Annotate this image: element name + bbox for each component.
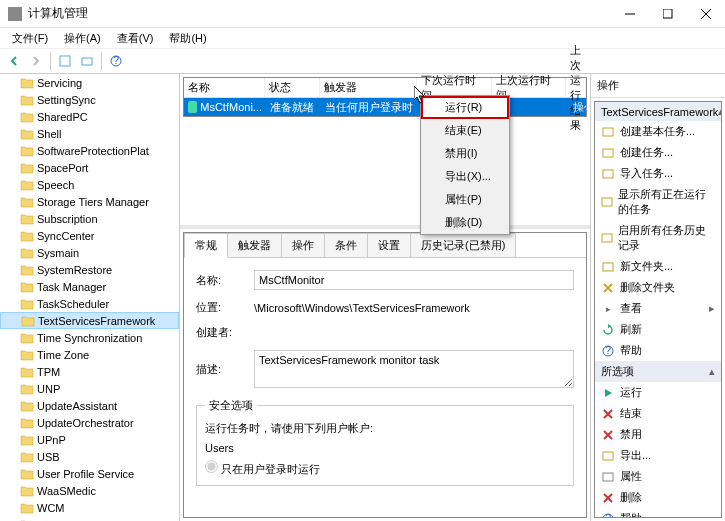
action-view[interactable]: ▸查看▸ xyxy=(595,298,721,319)
tree-item-label: SoftwareProtectionPlat xyxy=(37,145,149,157)
ctx-run[interactable]: 运行(R) xyxy=(421,96,509,119)
tree-item[interactable]: User Profile Service xyxy=(0,465,179,482)
col-name[interactable]: 名称 xyxy=(184,78,265,97)
tree-item[interactable]: TaskScheduler xyxy=(0,295,179,312)
task-list: 名称 状态 触发器 下次运行时间 上次运行时间 上次运行结果 MsCtfMoni… xyxy=(183,77,587,117)
input-description[interactable] xyxy=(254,350,574,388)
action-create[interactable]: 创建任务... xyxy=(595,142,721,163)
tree-item[interactable]: UPnP xyxy=(0,431,179,448)
tree-item[interactable]: Task Manager xyxy=(0,278,179,295)
action-label: 帮助 xyxy=(620,343,642,358)
menu-view[interactable]: 查看(V) xyxy=(109,29,162,48)
tree-item[interactable]: USB xyxy=(0,448,179,465)
tree-item[interactable]: Storage Tiers Manager xyxy=(0,193,179,210)
action-label: 导入任务... xyxy=(620,166,673,181)
close-button[interactable] xyxy=(687,0,725,28)
action-refresh[interactable]: 刷新 xyxy=(595,319,721,340)
tree-item[interactable]: Time Zone xyxy=(0,346,179,363)
svg-text:?: ? xyxy=(113,55,119,66)
tree-item[interactable]: Time Synchronization xyxy=(0,329,179,346)
action-help[interactable]: ?帮助 xyxy=(595,508,721,518)
tree-item[interactable]: Shell xyxy=(0,125,179,142)
refresh-icon xyxy=(601,323,615,337)
menu-file[interactable]: 文件(F) xyxy=(4,29,56,48)
tree-item-label: WaaSMedic xyxy=(37,485,96,497)
action-properties[interactable]: 属性 xyxy=(595,466,721,487)
tree-item[interactable]: WaaSMedic xyxy=(0,482,179,499)
tree-item[interactable]: TextServicesFramework xyxy=(0,312,179,329)
action-import[interactable]: 导入任务... xyxy=(595,163,721,184)
ctx-delete[interactable]: 删除(D) xyxy=(421,211,509,234)
action-label: 显示所有正在运行的任务 xyxy=(618,187,715,217)
tree-item[interactable]: TPM xyxy=(0,363,179,380)
tree-item[interactable]: Speech xyxy=(0,176,179,193)
tree-item[interactable]: Subscription xyxy=(0,210,179,227)
tree-item[interactable]: SettingSync xyxy=(0,91,179,108)
action-create-basic[interactable]: 创建基本任务... xyxy=(595,121,721,142)
col-result[interactable]: 上次运行结果 xyxy=(566,78,586,97)
menu-action[interactable]: 操作(A) xyxy=(56,29,109,48)
tree-item[interactable]: WDI xyxy=(0,516,179,521)
action-disable[interactable]: 禁用 xyxy=(595,424,721,445)
tree-item[interactable]: WCM xyxy=(0,499,179,516)
action-group-2[interactable]: 所选项▴ xyxy=(595,361,721,382)
action-label: 创建任务... xyxy=(620,145,673,160)
tree-item[interactable]: SpacePort xyxy=(0,159,179,176)
tree-item[interactable]: UNP xyxy=(0,380,179,397)
tab-general[interactable]: 常规 xyxy=(184,233,228,258)
ctx-export[interactable]: 导出(X)... xyxy=(421,165,509,188)
action-label: 删除文件夹 xyxy=(620,280,675,295)
menu-help[interactable]: 帮助(H) xyxy=(161,29,214,48)
svg-rect-4 xyxy=(60,56,70,66)
forward-button[interactable] xyxy=(26,51,46,71)
tree-item-label: TaskScheduler xyxy=(37,298,109,310)
action-help[interactable]: ?帮助 xyxy=(595,340,721,361)
menu-bar: 文件(F) 操作(A) 查看(V) 帮助(H) xyxy=(0,28,725,48)
help-button[interactable]: ? xyxy=(106,51,126,71)
action-label: 查看 xyxy=(620,301,642,316)
tab-settings[interactable]: 设置 xyxy=(367,233,411,257)
tab-history[interactable]: 历史记录(已禁用) xyxy=(410,233,516,257)
tab-triggers[interactable]: 触发器 xyxy=(227,233,282,257)
tree-item[interactable]: UpdateAssistant xyxy=(0,397,179,414)
minimize-button[interactable] xyxy=(611,0,649,28)
action-show-running[interactable]: 显示所有正在运行的任务 xyxy=(595,184,721,220)
back-button[interactable] xyxy=(4,51,24,71)
tree-panel[interactable]: ServicingSettingSyncSharedPCShellSoftwar… xyxy=(0,74,180,521)
tool-button-1[interactable] xyxy=(55,51,75,71)
ctx-disable[interactable]: 禁用(I) xyxy=(421,142,509,165)
maximize-button[interactable] xyxy=(649,0,687,28)
tree-item[interactable]: SystemRestore xyxy=(0,261,179,278)
tree-item[interactable]: SharedPC xyxy=(0,108,179,125)
action-group-1[interactable]: TextServicesFramework▴ xyxy=(595,102,721,121)
tool-button-2[interactable] xyxy=(77,51,97,71)
input-name[interactable] xyxy=(254,270,574,290)
ctx-end[interactable]: 结束(E) xyxy=(421,119,509,142)
label-location: 位置: xyxy=(196,300,254,315)
action-end[interactable]: 结束 xyxy=(595,403,721,424)
action-label: 属性 xyxy=(620,469,642,484)
action-delete-folder[interactable]: 删除文件夹 xyxy=(595,277,721,298)
radio-logged-on[interactable]: 只在用户登录时运行 xyxy=(205,463,320,475)
tree-item[interactable]: SyncCenter xyxy=(0,227,179,244)
action-export[interactable]: 导出... xyxy=(595,445,721,466)
action-run[interactable]: 运行 xyxy=(595,382,721,403)
tree-item[interactable]: SoftwareProtectionPlat xyxy=(0,142,179,159)
action-delete[interactable]: 删除 xyxy=(595,487,721,508)
tab-actions[interactable]: 操作 xyxy=(281,233,325,257)
tree-item[interactable]: UpdateOrchestrator xyxy=(0,414,179,431)
action-enable-history[interactable]: 启用所有任务历史记录 xyxy=(595,220,721,256)
action-new-folder[interactable]: 新文件夹... xyxy=(595,256,721,277)
svg-rect-11 xyxy=(602,198,612,206)
ctx-properties[interactable]: 属性(P) xyxy=(421,188,509,211)
tree-item[interactable]: Sysmain xyxy=(0,244,179,261)
tab-conditions[interactable]: 条件 xyxy=(324,233,368,257)
col-status[interactable]: 状态 xyxy=(265,78,320,97)
cell-triggers: 当任何用户登录时 xyxy=(321,100,419,115)
tree-item-label: UpdateAssistant xyxy=(37,400,117,412)
col-triggers[interactable]: 触发器 xyxy=(320,78,417,97)
value-location: \Microsoft\Windows\TextServicesFramework xyxy=(254,302,470,314)
show-running-icon xyxy=(601,195,613,209)
tree-item[interactable]: Servicing xyxy=(0,74,179,91)
create-icon xyxy=(601,146,615,160)
